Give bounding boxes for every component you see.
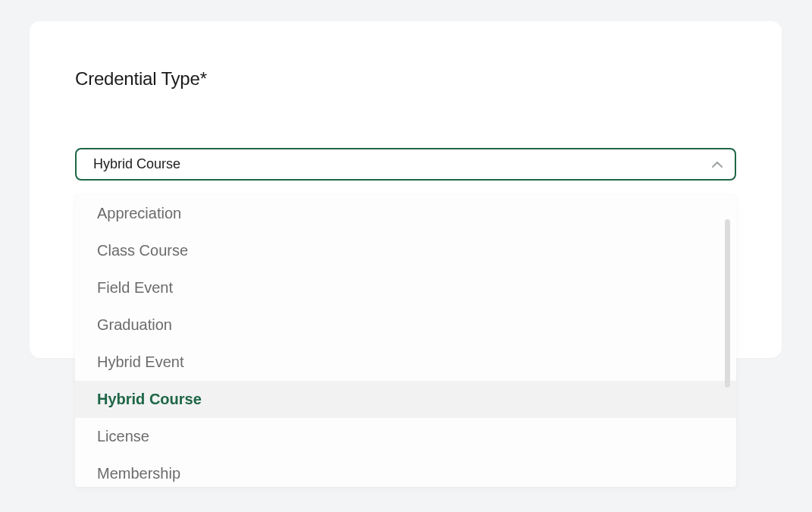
option-license[interactable]: License (75, 418, 736, 455)
option-hybrid-course[interactable]: Hybrid Course (75, 381, 736, 418)
option-field-event[interactable]: Field Event (75, 269, 736, 306)
option-label: Appreciation (97, 205, 181, 222)
option-graduation[interactable]: Graduation (75, 306, 736, 344)
dropdown-list: Appreciation Class Course Field Event Gr… (75, 195, 736, 487)
credential-type-dropdown: Appreciation Class Course Field Event Gr… (75, 195, 736, 487)
chevron-up-icon (712, 159, 723, 170)
option-label: Membership (97, 465, 180, 482)
select-value: Hybrid Course (93, 156, 712, 172)
option-class-course[interactable]: Class Course (75, 232, 736, 269)
option-label: Class Course (97, 242, 188, 259)
option-appreciation[interactable]: Appreciation (75, 195, 736, 232)
scrollbar-thumb[interactable] (725, 219, 730, 388)
credential-type-select[interactable]: Hybrid Course (75, 148, 736, 181)
option-label: Hybrid Event (97, 353, 184, 371)
option-label: License (97, 428, 149, 445)
option-label: Field Event (97, 279, 173, 297)
option-label: Hybrid Course (97, 391, 202, 408)
option-membership[interactable]: Membership (75, 455, 736, 487)
credential-type-label: Credential Type* (75, 68, 736, 90)
option-label: Graduation (97, 316, 172, 334)
option-hybrid-event[interactable]: Hybrid Event (75, 344, 736, 381)
